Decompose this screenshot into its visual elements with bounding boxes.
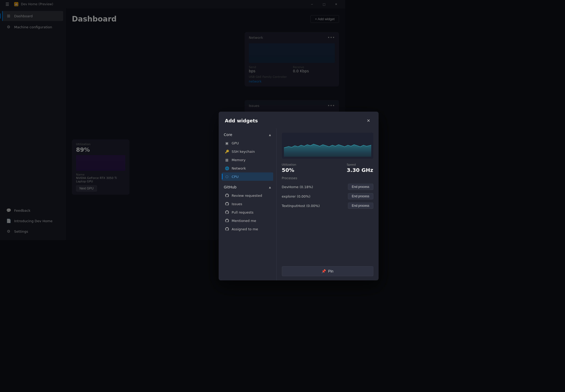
network-item-icon: 🌐 (225, 166, 229, 170)
widget-item-ssh[interactable]: 🔑 SSH keychain (222, 147, 273, 156)
issues-item-label: Issues (232, 202, 242, 206)
processes-label: Processes (282, 176, 346, 180)
gpu-item-label: GPU (232, 141, 239, 145)
review-requested-label: Review requested (232, 194, 262, 198)
cpu-item-label: CPU (232, 175, 239, 179)
github-section-header[interactable]: GitHub ▲ (222, 183, 273, 191)
process-row-textinputhost: TextInputHost (0.00%) End process (282, 201, 346, 210)
widget-item-cpu[interactable]: ⬡ CPU (222, 172, 273, 181)
assigned-to-me-label: Assigned to me (232, 227, 258, 231)
widget-item-pull-requests[interactable]: Pull requests (222, 208, 273, 216)
widget-item-review-requested[interactable]: Review requested (222, 191, 273, 200)
process-name-explorer: explorer (0.00%) (282, 194, 310, 198)
ssh-item-icon: 🔑 (225, 149, 229, 154)
widget-item-assigned-to-me[interactable]: Assigned to me (222, 225, 273, 233)
modal-body: Core ▲ ▣ GPU 🔑 SSH keychain ▦ Memory 🌐 N… (219, 128, 346, 240)
memory-item-label: Memory (232, 158, 246, 162)
mentioned-me-icon (225, 219, 229, 223)
modal-header: Add widgets ✕ (219, 112, 346, 128)
svg-marker-0 (284, 144, 346, 157)
process-row-devhome: DevHome (0.18%) End process (282, 182, 346, 192)
assigned-to-me-icon (225, 227, 229, 231)
cpu-active-indicator (222, 174, 223, 179)
modal-title: Add widgets (225, 118, 258, 123)
github-chevron-icon: ▲ (269, 186, 271, 189)
utilization-label: Utilization (282, 163, 296, 166)
process-name-devhome: DevHome (0.18%) (282, 185, 313, 189)
github-section-label: GitHub (224, 185, 237, 189)
core-section-label: Core (224, 133, 232, 137)
add-widgets-modal: Add widgets ✕ Core ▲ ▣ GPU 🔑 SSH keychai… (219, 112, 346, 240)
pull-requests-icon (225, 210, 229, 214)
pull-requests-label: Pull requests (232, 210, 254, 214)
process-row-explorer: explorer (0.00%) End process (282, 192, 346, 201)
ssh-item-label: SSH keychain (232, 150, 255, 154)
process-name-textinputhost: TextInputHost (0.00%) (282, 204, 320, 208)
widget-list: Core ▲ ▣ GPU 🔑 SSH keychain ▦ Memory 🌐 N… (219, 128, 276, 240)
widget-item-network[interactable]: 🌐 Network (222, 164, 273, 172)
cpu-stats: Utilization 50% Speed 3.30 GHz (282, 163, 346, 173)
widget-item-issues[interactable]: Issues (222, 200, 273, 208)
mentioned-me-label: Mentioned me (232, 219, 256, 223)
gpu-item-icon: ▣ (225, 141, 229, 145)
widget-item-mentioned-me[interactable]: Mentioned me (222, 216, 273, 225)
cpu-item-icon: ⬡ (225, 175, 229, 179)
cpu-detail-panel: Utilization 50% Speed 3.30 GHz Processes… (276, 128, 346, 240)
utilization-value: 50% (282, 167, 296, 173)
core-section-header[interactable]: Core ▲ (222, 130, 273, 139)
network-item-label: Network (232, 166, 246, 170)
cpu-chart-svg (284, 135, 346, 157)
core-chevron-icon: ▲ (269, 133, 271, 136)
widget-item-gpu[interactable]: ▣ GPU (222, 139, 273, 147)
utilization-stat: Utilization 50% (282, 163, 296, 173)
review-requested-icon (225, 193, 229, 198)
issues-item-icon (225, 202, 229, 206)
cpu-chart-container (282, 133, 346, 159)
widget-item-memory[interactable]: ▦ Memory (222, 156, 273, 164)
memory-item-icon: ▦ (225, 158, 229, 162)
